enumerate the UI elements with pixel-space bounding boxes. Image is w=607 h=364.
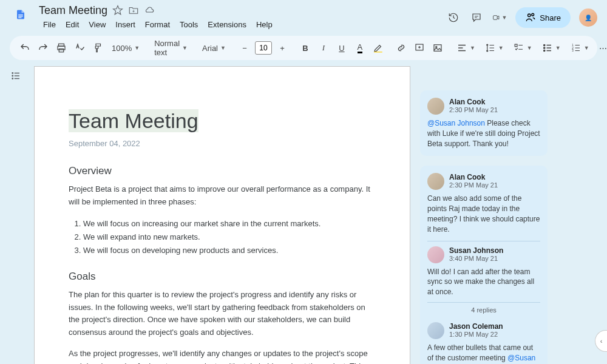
paint-format-button[interactable]	[90, 40, 106, 56]
bold-button[interactable]: B	[297, 40, 313, 56]
line-spacing-select[interactable]: ▼	[481, 40, 507, 56]
menu-help[interactable]: Help	[252, 18, 277, 31]
outline-toggle-icon[interactable]	[7, 67, 24, 84]
list-item: We will focus on developing new products…	[83, 244, 376, 257]
menu-edit[interactable]: Edit	[61, 18, 83, 31]
bullet-list-select[interactable]: ▼	[538, 40, 565, 56]
comment-body: Can we also add some of the points Raj m…	[427, 194, 540, 234]
star-icon[interactable]	[112, 5, 123, 16]
move-icon[interactable]	[128, 5, 139, 16]
cloud-status-icon[interactable]	[144, 5, 155, 16]
redo-button[interactable]	[35, 40, 51, 56]
insert-image-button[interactable]	[430, 40, 446, 56]
comment-author: Jason Coleman	[449, 322, 503, 331]
svg-text:3: 3	[572, 49, 574, 52]
avatar	[427, 98, 444, 115]
share-label: Share	[540, 13, 561, 22]
avatar	[427, 246, 444, 263]
user-avatar[interactable]: 👤	[579, 8, 597, 27]
history-icon[interactable]	[446, 10, 461, 25]
docs-logo[interactable]	[10, 4, 32, 25]
avatar	[427, 173, 444, 190]
text-color-button[interactable]: A	[352, 40, 368, 56]
overview-text: Project Beta is a project that aims to i…	[69, 183, 376, 209]
comment-author: Alan Cook	[449, 173, 498, 181]
zoom-select[interactable]: 100%▼	[108, 40, 143, 56]
page-title: Team Meeting	[69, 109, 376, 133]
comment-thread[interactable]: Alan Cook 2:30 PM May 21 Can we also add…	[420, 166, 548, 364]
svg-point-19	[12, 75, 13, 76]
menu-view[interactable]: View	[84, 18, 110, 31]
comments-icon[interactable]	[469, 10, 484, 25]
comment-author: Alan Cook	[449, 98, 498, 106]
goals-heading: Goals	[69, 271, 376, 283]
goals-p2: As the project progresses, we'll identif…	[69, 348, 376, 364]
comments-sidebar: Alan Cook 2:30 PM May 21 @Susan Johnson …	[420, 66, 548, 364]
svg-point-12	[543, 44, 544, 46]
comment-time: 2:30 PM May 21	[449, 106, 498, 113]
toolbar: 100%▼ Normal text▼ Arial▼ − + B I U A ▼ …	[10, 36, 597, 60]
meet-icon[interactable]: ▼	[492, 10, 507, 25]
svg-rect-9	[434, 45, 441, 52]
list-item: We will focus on increasing our market s…	[83, 217, 376, 231]
undo-button[interactable]	[17, 40, 33, 56]
style-select[interactable]: Normal text▼	[151, 40, 191, 56]
svg-rect-7	[374, 52, 382, 53]
svg-rect-0	[18, 15, 23, 15]
more-button[interactable]: ⋯	[595, 40, 607, 56]
svg-rect-1	[18, 16, 23, 16]
font-select[interactable]: Arial▼	[198, 40, 229, 56]
italic-button[interactable]: I	[316, 40, 331, 56]
phases-list: We will focus on increasing our market s…	[69, 217, 376, 257]
menu-bar: File Edit View Insert Format Tools Exten…	[39, 18, 439, 31]
highlight-button[interactable]	[370, 40, 386, 56]
checklist-select[interactable]: ▼	[510, 40, 536, 56]
svg-rect-3	[493, 16, 498, 20]
svg-point-20	[12, 78, 13, 79]
document-title[interactable]: Team Meeting	[39, 4, 107, 17]
underline-button[interactable]: U	[334, 40, 350, 56]
menu-extensions[interactable]: Extensions	[203, 18, 251, 31]
font-size-input[interactable]	[255, 41, 272, 55]
comment-body: A few other bullets that came out of the…	[427, 343, 540, 364]
svg-point-13	[543, 47, 544, 49]
comment-author: Susan Johnson	[449, 246, 503, 255]
number-list-select[interactable]: 123▼	[567, 40, 593, 56]
avatar	[427, 322, 444, 339]
menu-tools[interactable]: Tools	[175, 18, 202, 31]
comment-time: 3:40 PM May 21	[449, 255, 503, 262]
svg-rect-2	[18, 18, 21, 18]
comment-time: 1:30 PM May 22	[449, 331, 503, 338]
share-button[interactable]: Share	[515, 7, 571, 28]
menu-file[interactable]: File	[39, 18, 60, 31]
decrease-font-button[interactable]: −	[237, 40, 253, 56]
document-page[interactable]: Team Meeting September 04, 2022 Overview…	[34, 66, 410, 364]
increase-font-button[interactable]: +	[274, 40, 290, 56]
list-item: We will expand into new markets.	[83, 231, 376, 244]
header: Team Meeting File Edit View Insert Forma…	[0, 0, 607, 31]
svg-point-14	[543, 50, 544, 51]
page-date: September 04, 2022	[69, 139, 376, 148]
goals-p1: The plan for this quarter is to review t…	[69, 289, 376, 339]
comment-time: 2:30 PM May 21	[449, 181, 498, 189]
svg-point-18	[12, 73, 13, 74]
replies-count[interactable]: 4 replies	[427, 302, 540, 317]
align-select[interactable]: ▼	[453, 40, 479, 56]
comment-thread[interactable]: Alan Cook 2:30 PM May 21 @Susan Johnson …	[420, 90, 548, 156]
add-comment-button[interactable]	[412, 40, 427, 56]
overview-heading: Overview	[69, 165, 376, 177]
svg-rect-11	[515, 44, 517, 47]
svg-rect-6	[59, 49, 64, 52]
menu-insert[interactable]: Insert	[111, 18, 140, 31]
comment-body: Will do! I can add after the team sync s…	[427, 267, 540, 297]
menu-format[interactable]: Format	[141, 18, 174, 31]
link-button[interactable]	[393, 40, 409, 56]
spellcheck-button[interactable]	[72, 40, 87, 56]
comment-body: @Susan Johnson Please check with Luke if…	[427, 118, 540, 149]
print-button[interactable]	[53, 40, 69, 56]
